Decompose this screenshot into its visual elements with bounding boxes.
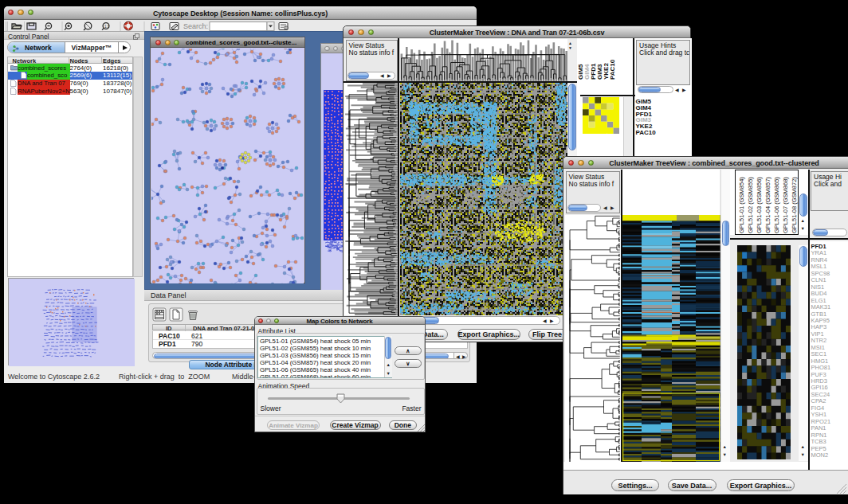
svg-text:GPL51-03 (GSM856): GPL51-03 (GSM856) [756, 176, 763, 232]
svg-text:PAC10: PAC10 [609, 59, 616, 80]
svg-text:GPL51-07 (GSM868): GPL51-07 (GSM868) [782, 176, 789, 232]
svg-text:GPL51-04 (GSM857): GPL51-04 (GSM857) [764, 176, 771, 232]
svg-text:GPL51-01 (GSM854): GPL51-01 (GSM854) [738, 176, 745, 232]
svg-text:GPL51-06 (GSM865): GPL51-06 (GSM865) [773, 176, 780, 232]
svg-text:1:1: 1:1 [104, 25, 110, 29]
svg-text:GPL51-02 (GSM855): GPL51-02 (GSM855) [747, 176, 754, 232]
svg-text:GPL51-08 (GSM872): GPL51-08 (GSM872) [791, 176, 798, 232]
svg-text:Search:: Search: [183, 22, 208, 30]
